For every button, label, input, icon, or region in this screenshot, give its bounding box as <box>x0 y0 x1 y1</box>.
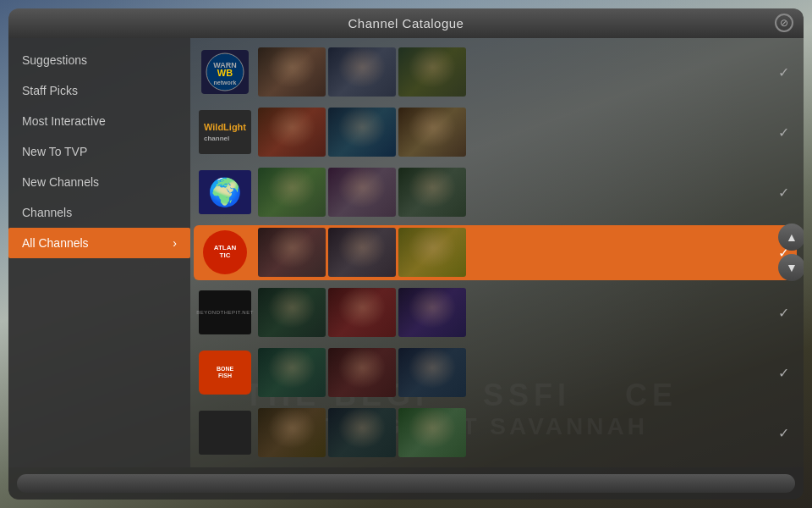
content-area: WARN WB network ✓ <box>190 38 804 467</box>
thumb <box>258 408 326 457</box>
thumb <box>328 348 396 397</box>
thumb <box>398 288 466 337</box>
channel-thumbs-wildlight <box>258 107 768 158</box>
channel-row-wildlight[interactable]: WildLightchannel ✓ <box>194 105 797 160</box>
thumb <box>398 228 466 277</box>
channel-row-globe[interactable]: 🌍 ✓ <box>194 165 797 220</box>
scroll-controls: ▲ ▼ <box>778 224 804 281</box>
thumb <box>258 168 326 217</box>
globe-logo: 🌍 <box>199 170 251 214</box>
thumb <box>258 108 326 157</box>
thumb <box>328 168 396 217</box>
sidebar: Suggestions Staff Picks Most Interactive… <box>8 38 190 467</box>
channel-thumbs-bonefish <box>258 347 768 399</box>
thumb <box>258 288 326 337</box>
scroll-down-icon: ▼ <box>786 261 798 274</box>
thumb <box>258 228 326 277</box>
sidebar-item-new-channels[interactable]: New Channels <box>8 167 190 197</box>
atlantic-logo: ATLANTIC <box>203 230 247 274</box>
channel-row-beyondpit[interactable]: BEYONDTHEPIT.NET ✓ <box>194 285 797 340</box>
wildlight-logo: WildLightchannel <box>199 110 251 154</box>
scroll-down-button[interactable]: ▼ <box>778 254 804 281</box>
header-title: Channel Catalogue <box>348 16 464 30</box>
check-col[interactable]: ✓ <box>771 64 795 80</box>
thumb <box>398 108 466 157</box>
channel-logo-wb: WARN WB network <box>195 47 255 97</box>
thumb <box>258 47 326 97</box>
beyondpit-logo: BEYONDTHEPIT.NET <box>199 290 251 334</box>
atlantic-logo-text: ATLANTIC <box>214 245 237 260</box>
thumb <box>328 408 396 457</box>
checkmark-icon: ✓ <box>778 124 789 141</box>
unknown-logo <box>199 411 251 455</box>
thumb <box>328 228 396 277</box>
bonefish-logo-text: BONEFISH <box>217 366 233 380</box>
footer-search-bar[interactable] <box>17 474 795 493</box>
thumb <box>328 47 396 97</box>
svg-text:network: network <box>214 80 237 86</box>
bonefish-logo: BONEFISH <box>199 351 251 395</box>
sidebar-item-new-to-tvp[interactable]: New To TVP <box>8 136 190 167</box>
check-col[interactable]: ✓ <box>771 124 795 141</box>
channel-thumbs-beyondpit <box>258 287 768 339</box>
thumb <box>258 348 326 397</box>
svg-text:WB: WB <box>217 68 233 78</box>
thumb <box>398 168 466 217</box>
channel-logo-atlantic: ATLANTIC <box>195 227 255 278</box>
sidebar-item-staff-picks[interactable]: Staff Picks <box>8 75 190 106</box>
sidebar-label: Suggestions <box>22 53 87 67</box>
sidebar-label: Staff Picks <box>22 84 78 97</box>
sidebar-label: All Channels <box>22 236 89 250</box>
channel-logo-wildlight: WildLightchannel <box>195 107 255 157</box>
channel-logo-beyondpit: BEYONDTHEPIT.NET <box>195 287 255 338</box>
close-icon[interactable]: ⊘ <box>775 14 793 32</box>
channels-grid: WARN WB network ✓ <box>194 45 797 461</box>
checkmark-icon: ✓ <box>778 64 789 80</box>
check-col[interactable]: ✓ <box>771 305 795 321</box>
beyondpit-logo-text: BEYONDTHEPIT.NET <box>196 310 254 315</box>
channel-row-wb[interactable]: WARN WB network ✓ <box>194 45 797 100</box>
scroll-up-button[interactable]: ▲ <box>778 224 804 251</box>
thumb <box>398 348 466 397</box>
sidebar-item-channels[interactable]: Channels <box>8 197 190 228</box>
channel-logo-globe: 🌍 <box>195 167 255 218</box>
channel-row-bonefish[interactable]: BONEFISH ✓ <box>194 345 797 400</box>
wildlight-logo-text: WildLightchannel <box>204 122 246 143</box>
checkmark-icon: ✓ <box>778 305 789 321</box>
channel-thumbs-wb <box>258 47 768 98</box>
thumb <box>328 288 396 337</box>
checkmark-icon: ✓ <box>778 185 789 201</box>
channel-thumbs-unknown <box>258 407 768 459</box>
thumb <box>398 408 466 457</box>
check-col[interactable]: ✓ <box>771 425 795 441</box>
sidebar-label: Most Interactive <box>22 114 106 128</box>
channel-row-atlantic[interactable]: ATLANTIC ✓ <box>194 225 797 280</box>
sidebar-item-suggestions[interactable]: Suggestions <box>8 45 190 75</box>
header: Channel Catalogue ⊘ <box>8 8 804 38</box>
sidebar-item-most-interactive[interactable]: Most Interactive <box>8 106 190 136</box>
thumb <box>328 108 396 157</box>
check-col[interactable]: ✓ <box>771 185 795 201</box>
channel-thumbs-atlantic <box>258 227 768 279</box>
footer <box>8 467 804 500</box>
main-body: Suggestions Staff Picks Most Interactive… <box>8 38 804 467</box>
app-container: Channel Catalogue ⊘ Suggestions Staff Pi… <box>8 8 804 500</box>
sidebar-label: New To TVP <box>22 145 87 158</box>
chevron-right-icon: › <box>173 236 177 250</box>
channel-row-unknown[interactable]: ✓ <box>194 406 797 461</box>
wb-logo: WARN WB network <box>201 50 249 94</box>
channel-logo-bonefish: BONEFISH <box>195 347 255 398</box>
check-col[interactable]: ✓ <box>771 365 795 381</box>
channel-thumbs-globe <box>258 167 768 218</box>
wb-logo-svg: WARN WB network <box>204 51 246 93</box>
thumb <box>398 47 466 97</box>
channel-logo-unknown <box>195 407 255 458</box>
sidebar-label: New Channels <box>22 175 99 189</box>
checkmark-icon: ✓ <box>778 425 789 441</box>
sidebar-item-all-channels[interactable]: All Channels › <box>8 228 190 258</box>
checkmark-icon: ✓ <box>778 365 789 381</box>
sidebar-label: Channels <box>22 206 72 219</box>
scroll-up-icon: ▲ <box>786 230 798 244</box>
